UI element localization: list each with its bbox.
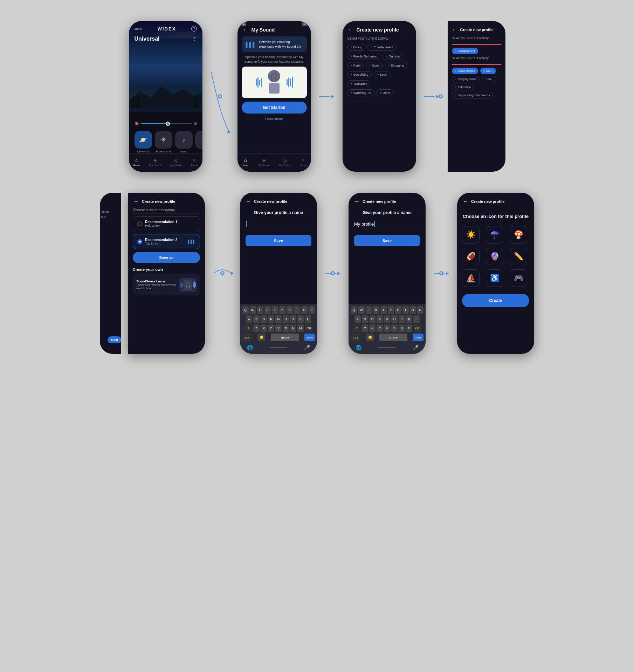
nav-my-sound[interactable]: ◈ My Sound: [149, 157, 162, 167]
key-e-f[interactable]: E: [366, 306, 372, 314]
radio-rec1[interactable]: [137, 221, 142, 226]
back-arrow-icon[interactable]: ←: [243, 27, 249, 33]
key-done[interactable]: done: [304, 334, 315, 341]
tag-socialising[interactable]: +Socialising: [347, 71, 372, 78]
key-g[interactable]: G: [275, 315, 282, 323]
back-arrow-name-filled[interactable]: ←: [354, 198, 360, 205]
nav-my-sound-2[interactable]: ◈My Sound: [258, 157, 270, 167]
recommendation-1-option[interactable]: Recommendation 1 Helper text: [133, 216, 200, 231]
program-add[interactable]: +: [195, 131, 202, 153]
tag-enjoying-music[interactable]: + Enjoying music: [452, 76, 480, 82]
icon-umbrella[interactable]: ☂️: [486, 226, 503, 244]
key-delete-f[interactable]: ⌫: [413, 324, 421, 332]
tag-dining[interactable]: +Dining: [347, 44, 366, 51]
key-z-f[interactable]: Z: [362, 324, 368, 332]
back-arrow-name-empty[interactable]: ←: [246, 198, 251, 205]
key-shift[interactable]: ⇧: [244, 324, 252, 332]
tag-family[interactable]: +Family Gathering: [347, 53, 381, 60]
back-arrow-icon-3[interactable]: ←: [348, 27, 354, 33]
key-d[interactable]: D: [261, 315, 267, 323]
tag-concentration[interactable]: × Concentration: [452, 68, 478, 74]
key-n-f[interactable]: N: [399, 324, 405, 332]
tag-watching-tv[interactable]: +Watching TV: [347, 89, 374, 96]
key-b-f[interactable]: B: [391, 324, 398, 332]
key-y-f[interactable]: Y: [388, 306, 394, 314]
program-music[interactable]: ♪ Music: [175, 131, 193, 153]
key-q-f[interactable]: Q: [351, 306, 357, 314]
icon-gamepad[interactable]: 🎮: [510, 269, 527, 287]
key-m[interactable]: M: [297, 324, 304, 332]
create-profile-button[interactable]: Create: [462, 294, 529, 307]
keyboard-globe-icon[interactable]: 🌐: [247, 345, 253, 350]
tag-entertainment-selected[interactable]: × Entertainment: [452, 48, 478, 54]
nav-my-guide-2[interactable]: ◎My Guide: [279, 157, 291, 167]
radio-rec2[interactable]: [137, 239, 142, 244]
tag-transport[interactable]: +Transport: [347, 80, 370, 87]
icon-mushroom[interactable]: 🍄: [510, 226, 527, 244]
key-t[interactable]: T: [272, 306, 278, 314]
key-v[interactable]: V: [275, 324, 282, 332]
key-r-f[interactable]: R: [373, 306, 379, 314]
keyboard-mic-icon-f[interactable]: 🎤: [413, 345, 419, 350]
key-w[interactable]: W: [250, 306, 256, 314]
key-emoji[interactable]: 😊: [257, 334, 265, 341]
icon-pencil[interactable]: ✏️: [510, 248, 527, 265]
more-options-icon[interactable]: ⋮: [192, 36, 197, 42]
keyboard-mic-icon[interactable]: 🎤: [304, 345, 310, 350]
key-space-f[interactable]: space: [379, 334, 407, 341]
save-as-button[interactable]: Save as: [133, 252, 200, 263]
key-c[interactable]: C: [268, 324, 274, 332]
key-o-f[interactable]: O: [410, 306, 416, 314]
tag-cor[interactable]: × Cor...: [480, 68, 496, 74]
key-e[interactable]: E: [257, 306, 263, 314]
key-t-f[interactable]: T: [380, 306, 387, 314]
settings-sliders-icon[interactable]: ⊟: [194, 122, 197, 125]
tag-sport[interactable]: +Sport: [374, 71, 391, 78]
back-arrow-icon-4[interactable]: ←: [452, 27, 457, 33]
icon-boat[interactable]: ⛵: [462, 269, 480, 287]
learn-more-link[interactable]: Learn more: [237, 115, 311, 123]
keyboard-globe-icon-f[interactable]: 🌐: [356, 345, 361, 350]
key-h[interactable]: H: [283, 315, 289, 323]
nav-menu-2[interactable]: ≡Menu: [299, 157, 306, 167]
key-m-f[interactable]: M: [406, 324, 412, 332]
key-delete[interactable]: ⌫: [305, 324, 312, 332]
key-space[interactable]: space: [271, 334, 299, 341]
tag-en[interactable]: + En...: [482, 76, 496, 82]
back-arrow-rec[interactable]: ←: [133, 198, 139, 205]
key-b[interactable]: B: [283, 324, 289, 332]
key-o[interactable]: O: [301, 306, 308, 314]
key-r[interactable]: R: [264, 306, 271, 314]
key-123-f[interactable]: 123: [351, 334, 360, 341]
icon-football[interactable]: 🏈: [462, 248, 480, 265]
icon-crystal-ball[interactable]: 🔮: [486, 248, 503, 265]
key-c-f[interactable]: C: [377, 324, 383, 332]
key-done-f[interactable]: done: [413, 334, 423, 341]
tag-outdoor[interactable]: +Outdoor: [383, 53, 403, 60]
next-button[interactable]: Next: [108, 336, 121, 343]
key-f[interactable]: F: [268, 315, 274, 323]
key-u[interactable]: U: [287, 306, 293, 314]
nav-home[interactable]: ⌂ Home: [133, 157, 140, 167]
key-i[interactable]: I: [294, 306, 300, 314]
help-icon[interactable]: ?: [191, 26, 197, 32]
key-s-f[interactable]: S: [362, 315, 368, 323]
key-l[interactable]: L: [305, 315, 311, 323]
key-k[interactable]: K: [297, 315, 304, 323]
program-universal[interactable]: 🪐 Universal: [135, 131, 152, 153]
recommendation-2-option[interactable]: Recommendation 2 Tap to try it ▌▌▌: [133, 234, 200, 249]
key-s[interactable]: S: [253, 315, 260, 323]
tag-relaxation[interactable]: + Relaxation: [452, 84, 474, 90]
key-emoji-f[interactable]: 😊: [366, 334, 374, 341]
key-y[interactable]: Y: [279, 306, 285, 314]
key-z[interactable]: Z: [253, 324, 260, 332]
key-l-f[interactable]: L: [413, 315, 420, 323]
icon-sun[interactable]: ☀️: [462, 226, 480, 244]
key-123[interactable]: 123: [242, 334, 252, 341]
key-j[interactable]: J: [290, 315, 296, 323]
program-pure-sound[interactable]: ✳ Pure Sound: [155, 131, 172, 153]
key-p-f[interactable]: P: [417, 306, 423, 314]
key-p[interactable]: P: [309, 306, 315, 314]
save-button-empty[interactable]: Save: [246, 235, 311, 246]
save-button-filled[interactable]: Save: [354, 235, 420, 246]
